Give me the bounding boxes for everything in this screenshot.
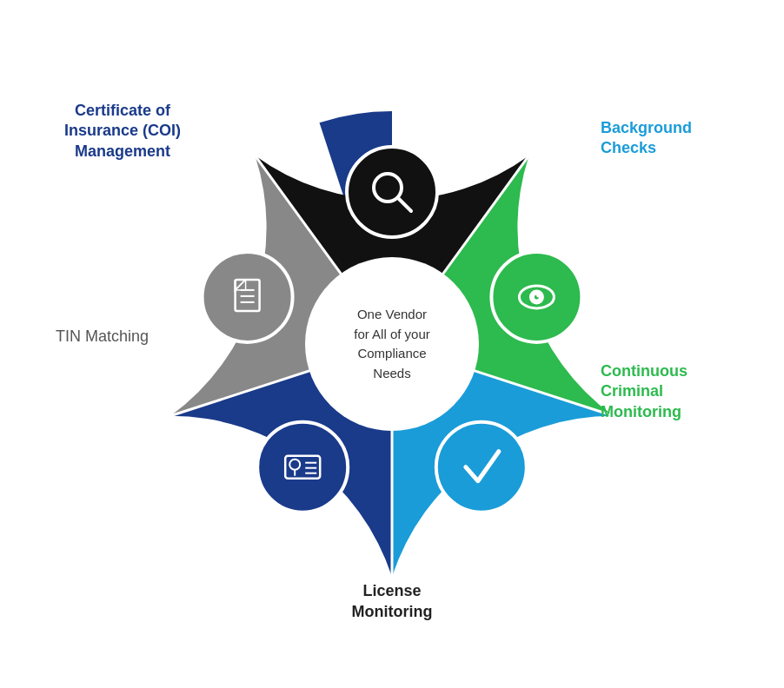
- bg-label: Background Checks: [601, 118, 740, 159]
- coi-icon-circle: [257, 422, 348, 513]
- center-text: One Vendor for All of your Compliance Ne…: [354, 305, 430, 383]
- lic-icon-circle: [347, 147, 437, 237]
- coi-label: Certificate of Insurance (COI) Managemen…: [44, 101, 201, 162]
- svg-point-16: [537, 293, 541, 296]
- lic-label: License Monitoring: [314, 581, 470, 622]
- bg-icon-circle: [436, 422, 527, 513]
- main-container: One Vendor for All of your Compliance Ne…: [18, 14, 766, 674]
- center-circle: One Vendor for All of your Compliance Ne…: [309, 261, 475, 427]
- tin-label: TIN Matching: [36, 327, 149, 347]
- ccm-label: Continuous Criminal Monitoring: [601, 361, 748, 422]
